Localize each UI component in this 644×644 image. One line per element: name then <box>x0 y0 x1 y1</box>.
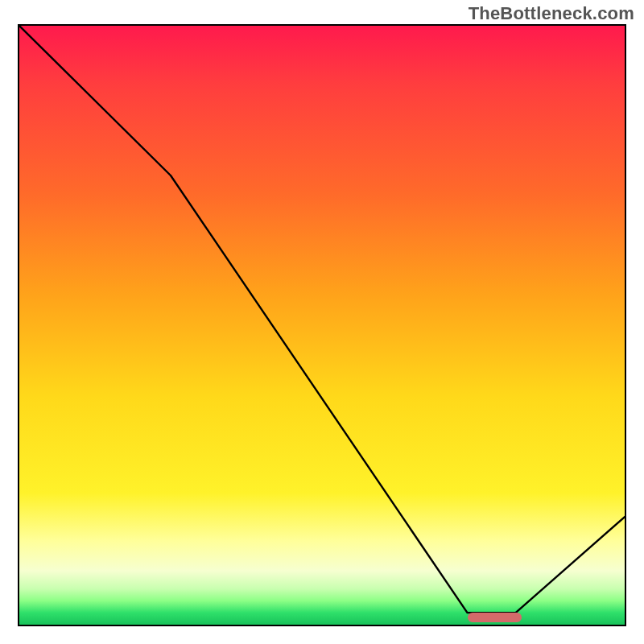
chart-stage: TheBottleneck.com <box>0 0 644 644</box>
watermark-text: TheBottleneck.com <box>469 3 634 24</box>
bottleneck-curve <box>19 26 625 613</box>
optimal-range-marker <box>468 613 522 622</box>
plot-area <box>18 24 626 626</box>
curve-svg <box>19 26 625 625</box>
